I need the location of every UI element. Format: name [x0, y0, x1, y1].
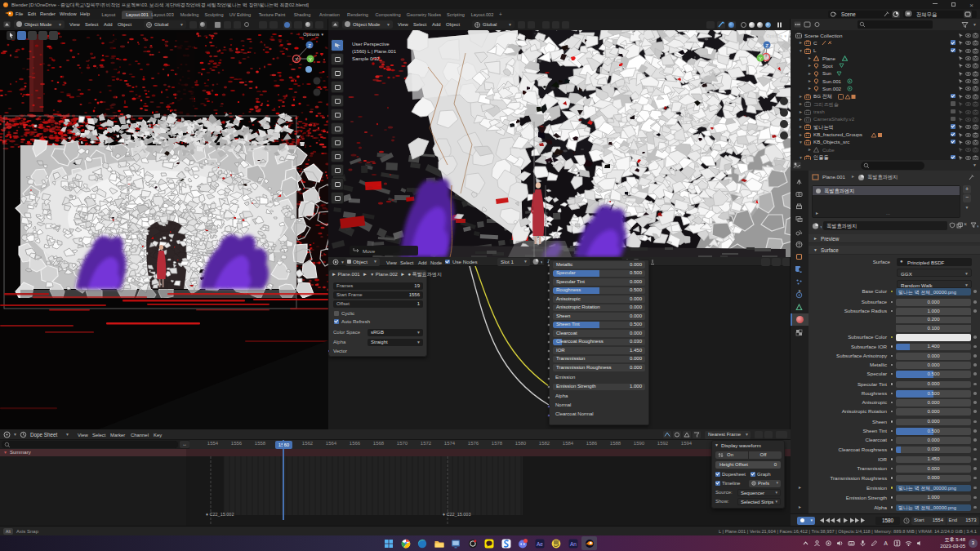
- svg-text:▼: ▼: [820, 224, 822, 229]
- svg-text:▼: ▼: [540, 260, 542, 264]
- svg-text:X: X: [764, 56, 768, 60]
- svg-text:Y: Y: [309, 57, 312, 62]
- svg-text:Y: Y: [759, 56, 762, 61]
- svg-text:Ae: Ae: [537, 541, 543, 547]
- svg-text:X: X: [295, 57, 298, 62]
- svg-text:▼: ▼: [977, 224, 979, 229]
- svg-text:Z: Z: [308, 43, 311, 48]
- svg-text:Z: Z: [765, 43, 768, 48]
- svg-text:An: An: [570, 541, 577, 547]
- svg-text:A: A: [884, 540, 888, 546]
